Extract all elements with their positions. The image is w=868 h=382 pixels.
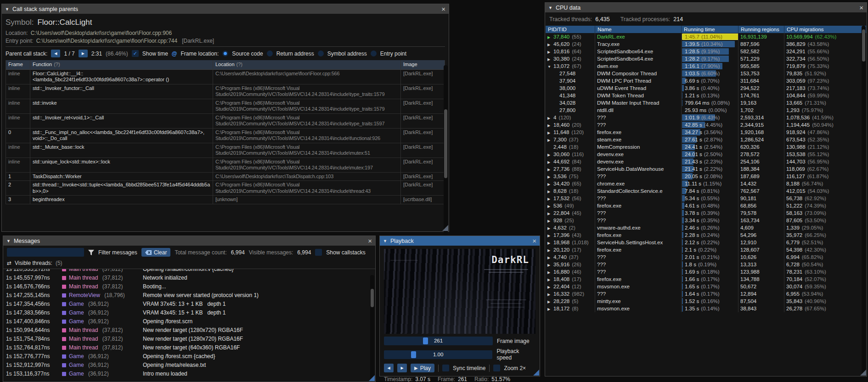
cpu-process-row[interactable]: ▶928(25)???3.34 s(0.35%)163,73487,605(53… bbox=[546, 217, 866, 224]
resize-grip[interactable] bbox=[860, 370, 866, 376]
cpu-process-row[interactable]: ▶22,804(45)???3.78 s(0.39%)79,57858,163(… bbox=[546, 209, 866, 217]
tree-collapsed-icon[interactable]: ▶ bbox=[547, 254, 553, 261]
tree-collapsed-icon[interactable]: ▶ bbox=[547, 129, 553, 136]
messages-titlebar[interactable]: ▼ Messages × bbox=[3, 236, 375, 246]
cpu-process-row[interactable]: ▶30,060(116)devenv.exe24.01 s(2.50%)278,… bbox=[546, 151, 866, 158]
cpu-process-row[interactable]: ▶8,628(18)StandardCollector.Service.e7.8… bbox=[546, 187, 866, 195]
cpu-process-row[interactable]: ▶18,460(20)???42.85 s(4.45%)2,344,9151,1… bbox=[546, 121, 866, 129]
cpu-column-header[interactable]: CPU migrations bbox=[784, 26, 866, 33]
tree-collapsed-icon[interactable]: ▶ bbox=[547, 232, 553, 239]
tree-collapsed-icon[interactable]: ▶ bbox=[547, 276, 553, 283]
cpu-process-row[interactable]: ▶30,380(24)ScriptedSandbox64.exe1:28.2(9… bbox=[546, 55, 866, 62]
cpu-process-row[interactable]: ▶22,404(12)msvsmon.exe1.65 s(0.17%)50,67… bbox=[546, 283, 866, 290]
tree-collapsed-icon[interactable]: ▶ bbox=[547, 240, 553, 246]
tree-collapsed-icon[interactable]: ▶ bbox=[547, 247, 553, 253]
cpu-column-header[interactable]: Name bbox=[595, 26, 682, 33]
tree-expanded-icon[interactable]: ▼ bbox=[547, 63, 553, 70]
tree-collapsed-icon[interactable]: ▶ bbox=[547, 115, 553, 121]
cpu-process-row[interactable]: 37,904DWM LPC Port Thread6.69 s(0.70%)31… bbox=[546, 77, 866, 84]
tree-collapsed-icon[interactable]: ▶ bbox=[547, 196, 553, 202]
callstack-titlebar[interactable]: ▼ Call stack sample parents × bbox=[2, 4, 449, 14]
zoom-checkbox[interactable] bbox=[493, 365, 500, 371]
cpu-process-row[interactable]: ▶27,736(88)ServiceHub.DataWarehouse21.41… bbox=[546, 165, 866, 173]
close-icon[interactable]: × bbox=[441, 6, 445, 12]
close-icon[interactable]: × bbox=[859, 4, 863, 11]
cpu-process-row[interactable]: ▶28,228(5)mintty.exe1.52 s(0.16%)87,5043… bbox=[546, 298, 866, 305]
scrollbar-thumb[interactable] bbox=[371, 289, 374, 307]
cpu-process-row[interactable]: ▶536(49)firefox.exe4.61 s(0.48%)68,85651… bbox=[546, 202, 866, 209]
cpu-process-row[interactable]: ▶16,332(982)???1.64 s(0.17%)12,8946,955(… bbox=[546, 290, 866, 298]
cpu-titlebar[interactable]: ▼ CPU data × bbox=[545, 3, 867, 12]
frame-location-radio[interactable] bbox=[267, 51, 273, 56]
tree-collapsed-icon[interactable]: ▶ bbox=[547, 210, 553, 217]
cpu-process-row[interactable]: ▶37,840(55)DarkRL.exe1:45.7(11.04%)16,93… bbox=[546, 33, 866, 40]
cpu-process-row[interactable]: ▶18,408(17)firefox.exe1.66 s(0.17%)134,7… bbox=[546, 275, 866, 283]
tree-collapsed-icon[interactable]: ▶ bbox=[547, 152, 553, 158]
cpu-process-row[interactable]: ▶44,692(84)devenv.exe21.43 s(2.23%)254,1… bbox=[546, 158, 866, 165]
resize-grip[interactable] bbox=[533, 370, 539, 376]
tree-collapsed-icon[interactable]: ▶ bbox=[547, 166, 553, 173]
callstack-frame-row[interactable]: inlinestd::invokeC:\Program Files (x86)\… bbox=[6, 99, 445, 114]
tree-collapsed-icon[interactable]: ▶ bbox=[547, 122, 553, 129]
message-row[interactable]: 1s 147,383,566nsGame (36,912)VRAM 43x45:… bbox=[3, 309, 375, 317]
cpu-process-row[interactable]: 34,028DWM Master Input Thread799.64 ms(0… bbox=[546, 99, 866, 107]
cpu-scrollbar[interactable] bbox=[862, 26, 866, 374]
tree-collapsed-icon[interactable]: ▶ bbox=[547, 262, 553, 268]
callstack-frame-row[interactable]: 3beginthreadex[unknown][ucrtbase.dll] bbox=[6, 196, 445, 204]
tree-collapsed-icon[interactable]: ▶ bbox=[547, 188, 553, 195]
cpu-process-row[interactable]: ▶20,120(17)firefox.exe2.1 s(0.22%)128,60… bbox=[546, 246, 866, 253]
message-row[interactable]: 1s 151,754,784nsMain thread (37,812)New … bbox=[3, 335, 375, 343]
show-callstacks-checkbox[interactable] bbox=[315, 249, 322, 256]
tree-collapsed-icon[interactable]: ▶ bbox=[547, 298, 553, 305]
cpu-column-header[interactable]: Running regions bbox=[738, 26, 784, 33]
frame-location-radio[interactable] bbox=[222, 51, 228, 56]
callstack-frame-row[interactable]: inlinestd::_Invoker_functor::_CallC:\Pro… bbox=[6, 84, 445, 99]
callstack-scrollbar[interactable] bbox=[444, 65, 448, 235]
cpu-process-row[interactable]: ▶35,916(26)???1.8 s(0.19%)13,3136,728(50… bbox=[546, 261, 866, 268]
callstack-frame-row[interactable]: 2std::thread::_Invoke<std::tuple<<lambda… bbox=[6, 181, 445, 196]
tree-collapsed-icon[interactable]: ▶ bbox=[547, 291, 553, 298]
message-row[interactable]: 1s 152,912,997nsGame (36,912)Opening /me… bbox=[3, 361, 375, 370]
message-row[interactable]: 1s 146,576,766nsMain thread (37,812)Boot… bbox=[3, 282, 375, 291]
callstack-frame-row[interactable]: 1TaskDispatch::WorkerC:\Users\wolf\Deskt… bbox=[6, 173, 445, 181]
callstack-frame-row[interactable]: inlinestd::unique_lock<std::mutex>::lock… bbox=[6, 158, 445, 173]
cpu-process-row[interactable]: ▶10,816(64)ScriptedSandbox64.exe1:28.5(9… bbox=[546, 48, 866, 55]
cpu-process-row[interactable]: ▶7,300(37)steam.exe27.61 s(2.87%)1,286,5… bbox=[546, 136, 866, 143]
cpu-process-row[interactable]: 41,348DWM Token Thread1.21 s(0.13%)174,7… bbox=[546, 92, 866, 99]
close-icon[interactable]: × bbox=[368, 237, 372, 244]
message-row[interactable]: 1s 152,776,777nsGame (36,912)Opening /fo… bbox=[3, 352, 375, 361]
speed-slider[interactable]: 1.00 bbox=[384, 350, 492, 359]
cpu-process-row[interactable]: ▶34,420(65)chrome.exe11.11 s(1.15%)14,43… bbox=[546, 180, 866, 187]
tree-collapsed-icon[interactable]: ▶ bbox=[547, 174, 553, 180]
message-row[interactable]: 1s 145,557,997nsMain thread (37,812)Netw… bbox=[3, 274, 375, 282]
collapse-icon[interactable]: ▼ bbox=[548, 6, 552, 10]
clear-button[interactable]: Clear bbox=[141, 248, 171, 257]
cpu-process-row[interactable]: ▶4,740(37)???2.01 s(0.21%)10,6266,994(65… bbox=[546, 253, 866, 261]
cpu-process-row[interactable]: ▶18,968(1,018)ServiceHub.SettingsHost.ex… bbox=[546, 239, 866, 246]
scrollbar-thumb[interactable] bbox=[444, 109, 447, 178]
cpu-process-row[interactable]: ▶18,172(8)msvsmon.exe1.35 s(0.14%)38,843… bbox=[546, 305, 866, 312]
tree-collapsed-icon[interactable]: ▶ bbox=[547, 284, 553, 290]
message-row[interactable]: 1s 153,116,377nsGame (36,912)Intro menu … bbox=[3, 370, 375, 377]
cpu-column-header[interactable]: Running time bbox=[682, 26, 738, 33]
tree-collapsed-icon[interactable]: ▶ bbox=[547, 41, 553, 48]
message-row[interactable]: 1s 150,994,644nsMain thread (37,812)New … bbox=[3, 326, 375, 335]
next-parent-button[interactable]: ▶ bbox=[79, 50, 88, 57]
prev-parent-button[interactable]: ◀ bbox=[51, 50, 60, 57]
callstack-frame-row[interactable]: inlinestd::_Mutex_base::lockC:\Program F… bbox=[6, 143, 445, 158]
cpu-process-row[interactable]: ▶11,648(120)firefox.exe34.27 s(3.56%)1,9… bbox=[546, 129, 866, 136]
resize-grip[interactable] bbox=[442, 225, 448, 231]
collapse-icon[interactable]: ▼ bbox=[6, 239, 11, 243]
tree-collapsed-icon[interactable]: ▶ bbox=[547, 34, 553, 40]
cpu-process-row[interactable]: ▶16,880(46)???1.69 s(0.18%)123,98878,231… bbox=[546, 268, 866, 275]
collapse-icon[interactable]: ▼ bbox=[383, 239, 387, 243]
playback-titlebar[interactable]: ▼ Playback × bbox=[380, 236, 540, 246]
callstack-frame-row[interactable]: inlinestd::_Invoker_ret<void,1>::_CallC:… bbox=[6, 114, 445, 129]
tree-collapsed-icon[interactable]: ▶ bbox=[547, 49, 553, 55]
frame-slider[interactable]: 261 bbox=[384, 337, 493, 345]
message-row[interactable]: 1s 152,764,817nsMain thread (37,812)New … bbox=[3, 343, 375, 352]
play-button[interactable]: ▶ Play bbox=[411, 364, 434, 372]
cpu-column-header[interactable]: PID/TID bbox=[546, 26, 595, 33]
message-row[interactable]: 1s 147,400,846nsGame (36,912)Opening /fo… bbox=[3, 317, 375, 326]
tree-collapsed-icon[interactable]: ▶ bbox=[547, 225, 553, 231]
